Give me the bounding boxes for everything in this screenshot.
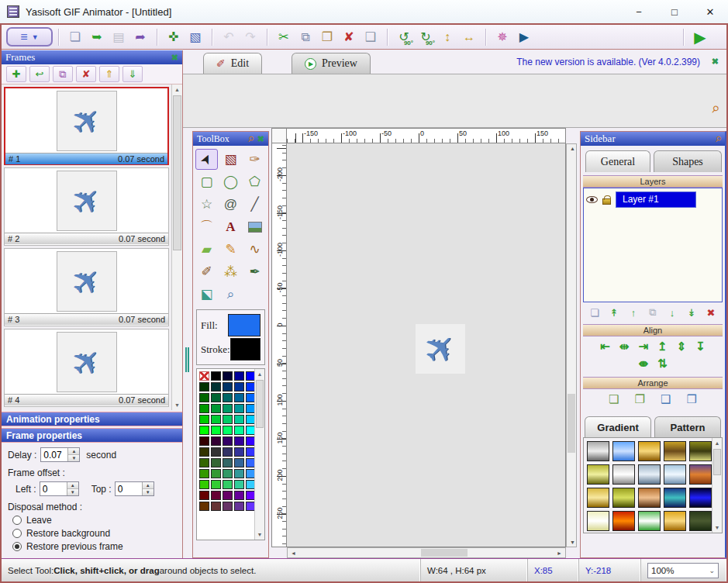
layer-row[interactable]: Layer #1: [586, 191, 719, 208]
tool-rectangle[interactable]: ▢: [195, 171, 218, 192]
minimize-button[interactable]: −: [621, 0, 657, 23]
tool-spiral[interactable]: @: [219, 194, 242, 215]
gradient-swatch[interactable]: [638, 488, 661, 508]
palette-none-swatch[interactable]: [199, 371, 209, 381]
disposal-option-restore-background[interactable]: Restore background: [12, 528, 176, 539]
delete-layer-button[interactable]: ✖: [703, 305, 719, 319]
palette-swatch[interactable]: [199, 382, 209, 392]
palette-swatch[interactable]: [223, 502, 233, 511]
disposal-option-leave[interactable]: Leave: [12, 515, 176, 526]
tool-ellipse[interactable]: ◯: [219, 171, 242, 192]
palette-swatch[interactable]: [223, 491, 233, 500]
palette-swatch[interactable]: [211, 458, 221, 467]
palette-swatch[interactable]: [199, 436, 209, 446]
notice-close-icon[interactable]: ✖: [712, 57, 719, 67]
palette-swatch[interactable]: [211, 371, 221, 381]
align-center-horizontal-button[interactable]: ⇹: [619, 340, 630, 354]
gradient-swatch[interactable]: [612, 441, 635, 461]
animation-properties-header[interactable]: Animation properties: [2, 412, 182, 426]
palette-swatch[interactable]: [199, 447, 209, 457]
gradient-swatch[interactable]: [664, 441, 686, 461]
move-frame-up-button[interactable]: ⇑: [99, 66, 119, 82]
offset-top-input[interactable]: [116, 482, 142, 495]
main-menu-button[interactable]: ≡ ▼: [6, 27, 53, 47]
palette-swatch[interactable]: [234, 382, 244, 392]
palette-swatch[interactable]: [199, 393, 209, 402]
delete-frame-button[interactable]: ✘: [76, 66, 96, 82]
zoom-select[interactable]: 100% ⌄: [647, 563, 719, 578]
palette-swatch[interactable]: [223, 458, 233, 467]
palette-scrollbar[interactable]: ▲ ▼: [254, 369, 264, 540]
canvas-vertical-scrollbar[interactable]: ▲ ▼: [566, 143, 577, 547]
tool-spray[interactable]: ⁂: [219, 261, 242, 282]
palette-swatch[interactable]: [199, 469, 209, 478]
maximize-button[interactable]: □: [657, 0, 692, 23]
palette-swatch[interactable]: [211, 491, 221, 500]
save-file-button[interactable]: ▤: [108, 27, 129, 47]
palette-swatch[interactable]: [234, 480, 244, 489]
palette-swatch[interactable]: [223, 382, 233, 392]
gradient-swatch[interactable]: [689, 441, 712, 461]
tool-text[interactable]: A: [219, 216, 242, 237]
palette-swatch[interactable]: [234, 502, 244, 511]
tool-fill[interactable]: ⬕: [195, 284, 218, 305]
rotate-90-ccw-button[interactable]: ↺90°: [393, 27, 415, 47]
new-document-button[interactable]: ❏: [64, 27, 86, 47]
tool-bezier-curve[interactable]: ⌒: [195, 216, 218, 237]
scrollbar-thumb[interactable]: [173, 95, 181, 250]
gradient-swatch[interactable]: [664, 488, 686, 508]
layer-to-bottom-button[interactable]: ↡: [684, 305, 699, 319]
offset-left-input[interactable]: [40, 482, 67, 495]
export-video-button[interactable]: ▶: [513, 27, 535, 47]
duplicate-layer-button[interactable]: ⧉: [645, 305, 661, 319]
copy-button[interactable]: ⧉: [295, 27, 316, 47]
delay-stepper[interactable]: ▲▼: [67, 448, 79, 461]
tool-eraser[interactable]: ▰: [195, 239, 218, 260]
scroll-up-icon[interactable]: ▲: [570, 146, 575, 151]
move-frame-down-button[interactable]: ⇓: [122, 66, 143, 82]
undo-button[interactable]: ↶: [218, 27, 240, 47]
gradient-swatch[interactable]: [689, 488, 712, 508]
distribute-vertical-button[interactable]: ⇅: [657, 357, 668, 371]
scrollbar-thumb[interactable]: [713, 449, 721, 475]
offset-left-stepper[interactable]: ▲▼: [67, 482, 78, 495]
tab-gradient[interactable]: Gradient: [585, 416, 651, 437]
visibility-eye-icon[interactable]: [586, 196, 598, 203]
frame-item[interactable]: ✈# 30.07 second: [4, 248, 169, 326]
toolbox-pin-icon[interactable]: ⚲: [247, 133, 257, 143]
palette-swatch[interactable]: [199, 502, 209, 511]
open-file-button[interactable]: ➥: [86, 27, 108, 47]
duplicate-button[interactable]: ❑: [360, 27, 381, 47]
layer-up-button[interactable]: ↑: [626, 305, 641, 319]
gradient-swatch[interactable]: [587, 511, 609, 531]
palette-swatch[interactable]: [223, 393, 233, 402]
radio-button[interactable]: [12, 542, 22, 551]
gradient-swatch[interactable]: [638, 511, 661, 531]
insert-frame-button[interactable]: ↩: [29, 66, 50, 82]
palette-swatch[interactable]: [234, 426, 244, 435]
tool-zoom[interactable]: ⌕: [219, 284, 242, 305]
select-region-button[interactable]: ▧: [185, 27, 206, 47]
disposal-option-restore-previous-frame[interactable]: Restore previous frame: [12, 541, 176, 552]
distribute-horizontal-button[interactable]: ⇼: [638, 357, 648, 371]
frame-item[interactable]: ✈# 20.07 second: [4, 167, 169, 246]
tool-dropper[interactable]: ✒: [243, 261, 266, 282]
tab-edit[interactable]: ✐ Edit: [203, 53, 262, 74]
toolbox-close-icon[interactable]: ✖: [257, 134, 264, 144]
canvas-page[interactable]: ✈: [287, 143, 566, 547]
tab-pattern[interactable]: Pattern: [654, 416, 721, 437]
align-top-button[interactable]: ↥: [657, 340, 668, 354]
palette-swatch[interactable]: [234, 371, 244, 381]
tab-shapes[interactable]: Shapes: [654, 150, 722, 172]
tool-pencil[interactable]: ✎: [219, 239, 242, 260]
palette-swatch[interactable]: [234, 458, 244, 467]
palette-swatch[interactable]: [199, 415, 209, 424]
add-frame-button[interactable]: ✚: [6, 66, 26, 82]
palette-swatch[interactable]: [223, 415, 233, 424]
gradient-swatch[interactable]: [612, 488, 635, 508]
new-layer-button[interactable]: ❏: [587, 305, 602, 319]
gradient-swatch[interactable]: [638, 464, 661, 485]
palette-swatch[interactable]: [199, 480, 209, 489]
scroll-down-icon[interactable]: ▼: [255, 530, 264, 540]
tool-brush[interactable]: ✐: [195, 261, 218, 282]
